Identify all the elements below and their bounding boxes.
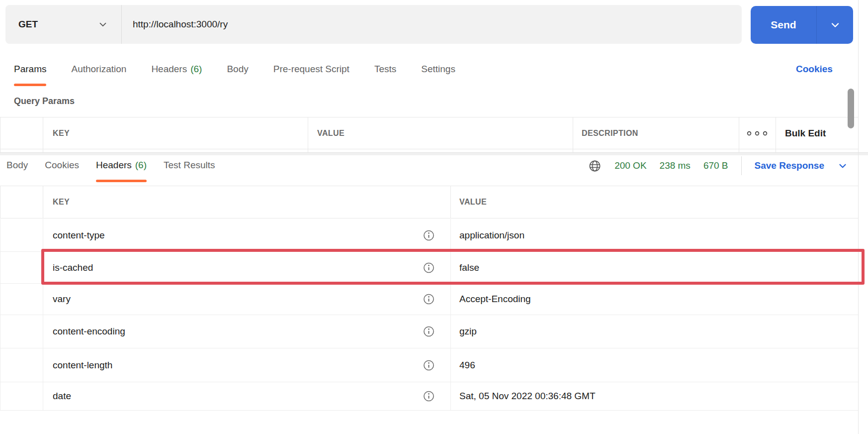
row-key: is-cached [53, 262, 93, 273]
app-window: GET http://localhost:3000/ry Send Params… [0, 0, 868, 434]
column-divider [450, 219, 451, 251]
row-value: application/json [459, 230, 524, 241]
info-icon[interactable] [423, 390, 435, 403]
response-table-body: content-type application/json is-cached … [0, 219, 858, 411]
column-divider [43, 252, 43, 283]
row-value: 496 [459, 360, 475, 371]
method-label: GET [18, 19, 38, 30]
tab-response-cookies[interactable]: Cookies [45, 159, 79, 172]
query-params-header-row: KEY VALUE DESCRIPTION Bulk Edit [0, 117, 858, 149]
tab-headers-count: (6) [190, 64, 202, 74]
tab-pre-request-script[interactable]: Pre-request Script [273, 63, 349, 76]
bulk-edit-button[interactable]: Bulk Edit [785, 128, 826, 139]
table-row: content-length 496 [0, 348, 858, 382]
column-divider [450, 252, 451, 283]
info-icon[interactable] [423, 261, 435, 274]
query-params-title: Query Params [14, 96, 75, 107]
row-key: content-type [53, 230, 105, 241]
request-tabs: Params Authorization Headers(6) Body Pre… [14, 63, 455, 76]
tab-response-headers[interactable]: Headers(6) [96, 159, 147, 172]
row-value: Sat, 05 Nov 2022 00:36:48 GMT [459, 391, 596, 402]
response-meta-bar: 200 OK 238 ms 670 B Save Response [588, 156, 848, 176]
response-size: 670 B [703, 160, 728, 171]
column-divider [43, 284, 43, 315]
query-key-header: KEY [53, 129, 70, 138]
info-icon[interactable] [423, 229, 435, 241]
column-divider [450, 382, 451, 410]
tab-settings[interactable]: Settings [421, 63, 455, 76]
scrollbar-thumb[interactable] [848, 89, 854, 128]
row-value: gzip [459, 326, 477, 337]
send-button[interactable]: Send [751, 6, 853, 44]
method-selector[interactable]: GET [5, 5, 122, 44]
tab-test-results[interactable]: Test Results [164, 159, 215, 172]
tab-headers[interactable]: Headers(6) [151, 63, 202, 76]
column-divider [43, 348, 43, 382]
column-divider [43, 117, 43, 149]
column-divider [43, 186, 43, 218]
response-time: 238 ms [660, 160, 691, 171]
table-row: is-cached false [0, 252, 858, 284]
tab-response-body[interactable]: Body [6, 159, 28, 172]
url-input[interactable]: http://localhost:3000/ry [122, 5, 742, 44]
chevron-down-icon[interactable] [837, 160, 848, 171]
pane-divider[interactable] [0, 152, 868, 155]
info-icon[interactable] [423, 293, 435, 306]
column-divider [739, 117, 739, 149]
column-divider [43, 315, 43, 348]
tab-tests[interactable]: Tests [374, 63, 396, 76]
send-button-label[interactable]: Send [751, 6, 817, 44]
row-value: Accept-Encoding [459, 294, 531, 305]
table-row: content-type application/json [0, 219, 858, 252]
column-divider [308, 117, 308, 149]
chevron-down-icon [97, 19, 108, 30]
tab-authorization[interactable]: Authorization [71, 63, 126, 76]
cookies-link[interactable]: Cookies [796, 64, 833, 75]
row-key: date [53, 391, 71, 402]
column-divider [573, 117, 573, 149]
request-url-bar: GET http://localhost:3000/ry [5, 5, 742, 44]
query-value-header: VALUE [317, 129, 345, 138]
row-key: vary [53, 294, 71, 305]
tab-params[interactable]: Params [14, 63, 46, 76]
table-row: vary Accept-Encoding [0, 284, 858, 315]
column-divider [450, 284, 451, 315]
tab-body[interactable]: Body [227, 63, 248, 76]
response-tabs: Body Cookies Headers(6) Test Results [6, 159, 215, 172]
column-divider [43, 219, 43, 251]
more-options-icon[interactable] [745, 129, 769, 137]
row-key: content-encoding [53, 326, 125, 337]
info-icon[interactable] [423, 359, 435, 371]
response-key-header: KEY [53, 198, 70, 207]
response-table-header-row: KEY VALUE [0, 186, 858, 218]
response-value-header: VALUE [459, 198, 487, 207]
query-description-header: DESCRIPTION [582, 129, 638, 138]
info-icon[interactable] [423, 326, 435, 338]
status-badge: 200 OK [614, 160, 646, 171]
column-divider [450, 186, 451, 218]
content-right-border [858, 0, 859, 434]
tab-response-headers-count: (6) [135, 160, 147, 170]
send-options-button[interactable] [817, 6, 853, 44]
column-divider [450, 348, 451, 382]
chevron-down-icon [829, 19, 841, 31]
table-row: date Sat, 05 Nov 2022 00:36:48 GMT [0, 382, 858, 411]
row-value: false [459, 262, 479, 273]
column-divider [43, 382, 43, 410]
row-key: content-length [53, 360, 112, 371]
divider [741, 156, 742, 175]
column-divider [776, 117, 776, 149]
table-row: content-encoding gzip [0, 315, 858, 348]
globe-icon[interactable] [588, 159, 602, 173]
save-response-button[interactable]: Save Response [755, 160, 824, 171]
column-divider [450, 315, 451, 348]
